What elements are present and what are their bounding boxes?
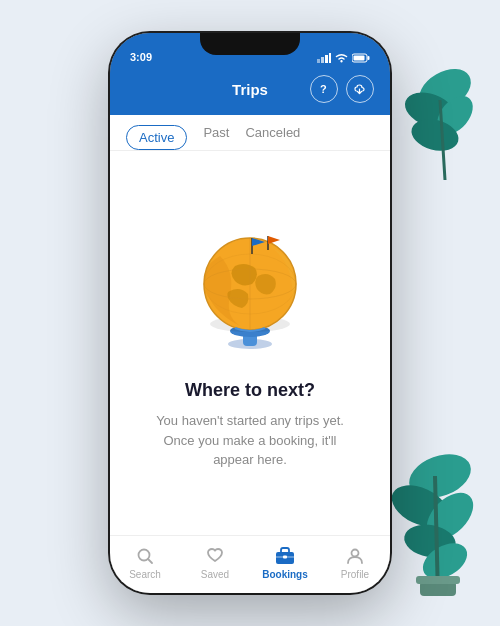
help-icon: ? (318, 83, 330, 95)
svg-point-3 (408, 114, 462, 155)
nav-item-bookings[interactable]: Bookings (260, 545, 310, 580)
globe-svg (180, 216, 320, 356)
nav-label-profile: Profile (341, 569, 369, 580)
search-nav-icon (134, 545, 156, 567)
person-icon (346, 547, 364, 565)
bottom-navigation: Search Saved (110, 535, 390, 593)
empty-state-title: Where to next? (185, 380, 315, 401)
nav-label-saved: Saved (201, 569, 229, 580)
status-time: 3:09 (130, 51, 152, 63)
heart-icon (206, 547, 224, 565)
svg-line-4 (440, 100, 445, 180)
tab-canceled[interactable]: Canceled (245, 125, 300, 150)
svg-line-10 (435, 476, 438, 596)
briefcase-nav-icon (274, 545, 296, 567)
globe-illustration (180, 216, 320, 356)
svg-point-8 (402, 521, 459, 562)
tab-bar: Active Past Canceled (110, 115, 390, 151)
svg-point-2 (430, 89, 480, 141)
wifi-icon (335, 53, 348, 63)
svg-point-5 (403, 446, 477, 505)
download-button[interactable] (346, 75, 374, 103)
svg-point-7 (418, 484, 482, 548)
nav-label-search: Search (129, 569, 161, 580)
svg-point-9 (417, 536, 474, 586)
svg-rect-16 (329, 53, 331, 63)
phone-frame: 3:09 (110, 33, 390, 593)
nav-label-bookings: Bookings (262, 569, 308, 580)
svg-rect-15 (325, 55, 328, 63)
main-content: Where to next? You haven't started any t… (110, 151, 390, 535)
tab-active[interactable]: Active (126, 125, 187, 150)
svg-text:?: ? (320, 83, 327, 95)
heart-nav-icon (204, 545, 226, 567)
svg-point-17 (341, 61, 343, 63)
nav-item-search[interactable]: Search (120, 545, 170, 580)
svg-point-0 (412, 60, 478, 119)
plant-top-right-decoration (390, 50, 480, 180)
svg-point-39 (352, 550, 359, 557)
svg-rect-11 (420, 581, 456, 596)
svg-line-35 (148, 559, 152, 563)
phone-notch (200, 33, 300, 55)
header-title: Trips (232, 81, 268, 98)
svg-rect-13 (317, 59, 320, 63)
tab-past[interactable]: Past (203, 125, 229, 150)
plant-bottom-right-decoration (380, 416, 490, 596)
person-nav-icon (344, 545, 366, 567)
cloud-download-icon (354, 83, 367, 95)
status-icons (317, 53, 370, 63)
svg-rect-12 (416, 576, 460, 584)
nav-item-profile[interactable]: Profile (330, 545, 380, 580)
search-icon (136, 547, 154, 565)
app-header: Trips ? (110, 69, 390, 115)
briefcase-icon (274, 546, 296, 566)
svg-point-6 (385, 477, 455, 535)
svg-point-1 (400, 86, 460, 134)
battery-icon (352, 53, 370, 63)
nav-item-saved[interactable]: Saved (190, 545, 240, 580)
signal-icon (317, 53, 331, 63)
svg-rect-38 (283, 556, 287, 559)
svg-rect-19 (368, 56, 370, 60)
svg-rect-14 (321, 57, 324, 63)
empty-state-description: You haven't started any trips yet. Once … (150, 411, 350, 470)
help-button[interactable]: ? (310, 75, 338, 103)
svg-rect-20 (354, 56, 365, 61)
header-action-icons: ? (310, 75, 374, 103)
